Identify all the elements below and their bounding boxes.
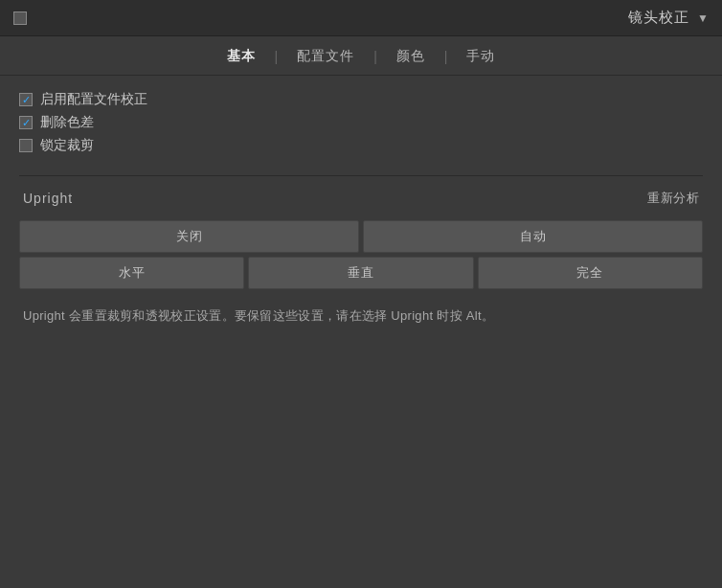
panel-content: 启用配置文件校正 删除色差 锁定裁剪 Upright 重新分析 关闭 自动 xyxy=(0,76,722,588)
panel-title: 镜头校正 xyxy=(628,9,689,27)
checkbox-row-remove-ca[interactable]: 删除色差 xyxy=(19,114,703,131)
mode-btn-row-1: 关闭 自动 xyxy=(19,220,703,253)
upright-row: Upright 重新分析 xyxy=(19,190,703,207)
mode-btn-auto[interactable]: 自动 xyxy=(363,220,703,253)
mode-btn-vertical[interactable]: 垂直 xyxy=(248,257,473,289)
upright-label: Upright xyxy=(23,191,73,206)
separator-1 xyxy=(19,175,703,176)
checkbox-lock-crop[interactable] xyxy=(19,139,33,152)
tab-manual[interactable]: 手动 xyxy=(449,46,512,67)
mode-btn-horizontal[interactable]: 水平 xyxy=(19,257,244,289)
checkboxes-section: 启用配置文件校正 删除色差 锁定裁剪 xyxy=(19,91,703,154)
mode-btn-close[interactable]: 关闭 xyxy=(19,220,359,253)
checkbox-enable-profile[interactable] xyxy=(19,93,33,106)
lens-correction-panel: 镜头校正 ▼ 基本 | 配置文件 | 颜色 | 手动 启用配置文件校正 删除色差… xyxy=(0,0,722,588)
tabs-row: 基本 | 配置文件 | 颜色 | 手动 xyxy=(0,36,722,76)
checkbox-label-lock-crop: 锁定裁剪 xyxy=(40,137,94,154)
checkbox-row-enable-profile[interactable]: 启用配置文件校正 xyxy=(19,91,703,108)
tab-profile[interactable]: 配置文件 xyxy=(280,46,372,67)
checkbox-remove-ca[interactable] xyxy=(19,116,33,129)
reanalyze-button[interactable]: 重新分析 xyxy=(647,190,699,207)
header-left xyxy=(13,11,36,25)
mode-buttons-grid: 关闭 自动 水平 垂直 完全 xyxy=(19,220,703,289)
tab-divider-3: | xyxy=(442,49,450,64)
tab-basic[interactable]: 基本 xyxy=(210,46,273,67)
info-text: Upright 会重置裁剪和透视校正设置。要保留这些设置，请在选择 Uprigh… xyxy=(19,306,703,327)
mode-btn-full[interactable]: 完全 xyxy=(478,257,703,289)
panel-header: 镜头校正 ▼ xyxy=(0,0,722,36)
tab-divider-1: | xyxy=(273,49,281,64)
panel-icon xyxy=(13,11,27,25)
checkbox-row-lock-crop[interactable]: 锁定裁剪 xyxy=(19,137,703,154)
dropdown-arrow-icon[interactable]: ▼ xyxy=(697,11,709,25)
tab-color[interactable]: 颜色 xyxy=(379,46,442,67)
checkbox-label-enable-profile: 启用配置文件校正 xyxy=(40,91,147,108)
tab-divider-2: | xyxy=(372,49,379,64)
mode-btn-row-2: 水平 垂直 完全 xyxy=(19,257,703,289)
checkbox-label-remove-ca: 删除色差 xyxy=(40,114,94,131)
